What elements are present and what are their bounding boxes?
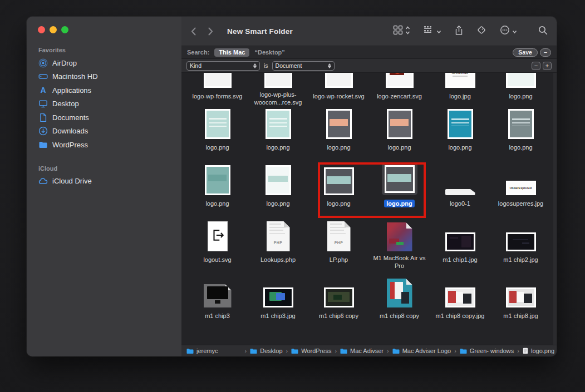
file-item[interactable]: m1 chip8 copy.jpg	[430, 276, 490, 333]
file-item[interactable]: m1 chip1.jpg	[430, 220, 490, 276]
file-item[interactable]: logo-zencart.svg	[369, 73, 430, 108]
sidebar-item-desktop[interactable]: Desktop	[27, 97, 181, 111]
file-item[interactable]: logo.png	[490, 73, 551, 108]
folder-icon	[186, 348, 194, 354]
save-button[interactable]: Save	[513, 48, 538, 57]
file-item[interactable]: logo-wp-forms.svg	[187, 73, 248, 108]
file-item[interactable]: logo.png	[248, 164, 308, 220]
sidebar-item-macintosh-hd[interactable]: Macintosh HD	[27, 70, 181, 84]
remove-filter-button[interactable]: −	[532, 62, 540, 70]
file-item[interactable]: m1 chip8.jpg	[490, 276, 551, 333]
file-item[interactable]: logo-wp-rocket.svg	[308, 73, 369, 108]
breadcrumb-item-desktop[interactable]: Desktop	[250, 348, 282, 354]
file-item[interactable]: M1 MacBook Air vs Pro	[369, 220, 430, 276]
document-select[interactable]: Document	[272, 61, 335, 71]
breadcrumb-item-logo-png[interactable]: logo.png	[523, 348, 554, 354]
file-item[interactable]: logout.svg	[187, 220, 248, 276]
sidebar-item-downloads[interactable]: Downloads	[27, 125, 181, 138]
sidebar-item-label: AirDrop	[52, 59, 77, 67]
file-item[interactable]: logo.png	[248, 108, 308, 164]
breadcrumb-item-mac-adviser-logo[interactable]: Mac Adviser Logo	[392, 348, 451, 354]
chevron-down-icon	[512, 26, 517, 36]
file-thumbnail	[266, 109, 291, 139]
minimize-window-button[interactable]	[50, 26, 57, 33]
file-item[interactable]: PHPLP.php	[308, 220, 369, 276]
filter-row: Kind is Document − +	[181, 59, 557, 73]
breadcrumb-item-mac-adivser[interactable]: Mac Adivser	[340, 348, 384, 354]
search-label: Search:	[187, 49, 209, 56]
file-item[interactable]: UnderExploredlogosuperres.jpg	[490, 164, 551, 220]
file-thumbnail	[506, 232, 536, 251]
file-item[interactable]: INFLUENTIALlogo.jpg	[430, 73, 490, 108]
file-label: m1 chip3	[203, 312, 232, 320]
folder-icon	[392, 348, 400, 354]
view-mode-control[interactable]	[393, 25, 410, 37]
folded-corner	[406, 279, 412, 285]
file-item[interactable]: logo0-1	[430, 164, 490, 220]
file-item[interactable]: logo.png	[187, 108, 248, 164]
file-item[interactable]: logo.png	[369, 164, 430, 220]
file-label: logo-wp-forms.svg	[190, 92, 245, 100]
sidebar-item-wordpress[interactable]: WordPress	[27, 138, 181, 152]
path-bar: jeremyc›Desktop›WordPress›Mac Adivser›Ma…	[181, 345, 557, 356]
file-label: Lookups.php	[258, 256, 298, 264]
zoom-window-button[interactable]	[61, 26, 68, 33]
file-item[interactable]: logo.png	[308, 164, 369, 220]
file-label: logo.png	[203, 143, 231, 151]
forward-chevron-icon[interactable]	[208, 27, 214, 36]
window-controls	[27, 17, 181, 33]
file-label: M1 MacBook Air vs Pro	[371, 254, 428, 270]
file-thumbnail	[325, 73, 353, 88]
file-item[interactable]: m1 chip8 copy	[369, 276, 430, 333]
operator-label: is	[264, 62, 268, 69]
breadcrumb-separator: ›	[387, 348, 389, 354]
sidebar-item-label: Documents	[52, 113, 89, 122]
file-label: logo.png	[507, 92, 534, 100]
collapse-button[interactable]: −	[540, 48, 551, 57]
group-by-icon	[424, 26, 434, 37]
sidebar-item-label: Downloads	[52, 127, 88, 135]
document-select-value: Document	[276, 62, 302, 69]
add-filter-button[interactable]: +	[543, 62, 552, 70]
file-label: logo.png	[203, 200, 231, 207]
tag-icon[interactable]	[476, 25, 486, 37]
sidebar-item-applications[interactable]: AApplications	[27, 83, 181, 97]
sidebar-item-label: Macintosh HD	[52, 72, 98, 81]
file-item[interactable]: logo.png	[308, 108, 369, 164]
search-icon[interactable]	[538, 26, 548, 37]
kind-select[interactable]: Kind	[186, 61, 260, 71]
sidebar-item-icloud-drive[interactable]: iCloud Drive	[27, 175, 181, 188]
file-item[interactable]: logo.png	[187, 164, 248, 220]
breadcrumb-separator: ›	[245, 348, 247, 354]
breadcrumb-label: Desktop	[260, 348, 282, 354]
more-options-control[interactable]	[500, 25, 517, 37]
file-thumbnail	[448, 109, 473, 139]
sidebar-item-airdrop[interactable]: AirDrop	[27, 56, 181, 70]
file-thumbnail	[445, 287, 475, 307]
close-window-button[interactable]	[38, 26, 45, 33]
file-grid-area: logo-wp-forms.svglogo-wp-plus-woocom...r…	[181, 73, 557, 345]
breadcrumb-item-jeremyc[interactable]: jeremyc	[186, 348, 218, 354]
file-item[interactable]: m1 chip6 copy	[308, 276, 369, 333]
file-item[interactable]: logo.png	[490, 108, 551, 164]
sidebar-item-documents[interactable]: Documents	[27, 111, 181, 125]
file-thumbnail	[387, 222, 412, 251]
file-item[interactable]: m1 chip3	[187, 276, 248, 333]
share-icon[interactable]	[455, 25, 463, 38]
file-item[interactable]: logo-wp-plus-woocom...rce.svg	[248, 73, 308, 108]
breadcrumb-item-wordpress[interactable]: WordPress	[291, 348, 331, 354]
file-item[interactable]: logo.png	[369, 108, 430, 164]
breadcrumb-item-green-windows[interactable]: Green- windows	[460, 348, 514, 354]
scope-this-mac-button[interactable]: This Mac	[214, 48, 249, 57]
file-item[interactable]: m1 chip2.jpg	[490, 220, 551, 276]
group-by-control[interactable]	[424, 26, 441, 37]
file-item[interactable]: PHPLookups.php	[248, 220, 308, 276]
file-item[interactable]: m1 chip3.jpg	[248, 276, 308, 333]
file-label: m1 chip3.jpg	[258, 312, 297, 320]
scope-desktop-button[interactable]: “Desktop”	[254, 49, 284, 56]
file-label: LP.php	[327, 256, 350, 264]
back-chevron-icon[interactable]	[190, 27, 196, 36]
file-item[interactable]: logo.png	[430, 108, 490, 164]
file-thumbnail	[387, 109, 412, 139]
file-thumbnail	[264, 73, 292, 88]
